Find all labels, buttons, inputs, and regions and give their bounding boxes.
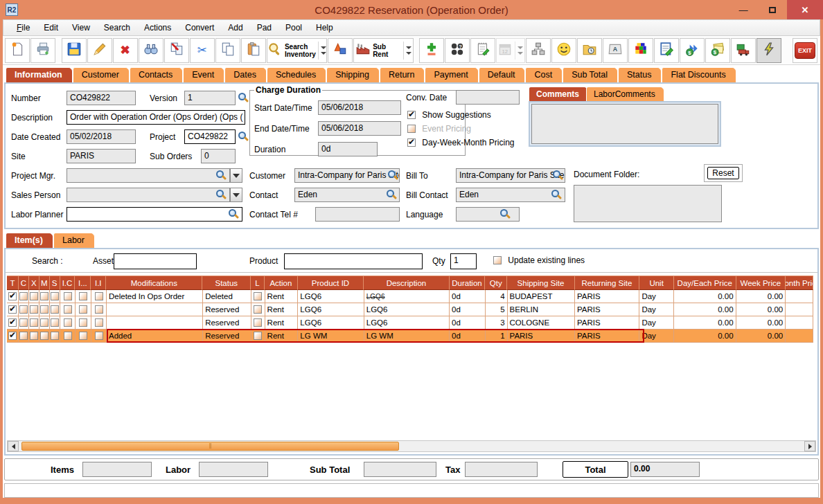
cell-duration[interactable]: 0d <box>450 316 486 330</box>
document-edit-button[interactable] <box>654 38 679 63</box>
col-header-modifications[interactable]: Modifications <box>106 276 202 290</box>
cell-modifications[interactable]: Deleted In Ops Order <box>107 290 203 303</box>
tab-contacts[interactable]: Contacts <box>130 67 183 82</box>
row-check-cell[interactable] <box>76 316 91 330</box>
row-check-cell[interactable] <box>91 330 107 343</box>
tab-comments[interactable]: Comments <box>529 87 588 101</box>
contact-lookup-icon[interactable] <box>387 190 394 197</box>
col-header-description[interactable]: Description <box>364 276 449 290</box>
table-row[interactable]: Reserved Rent LGQ6 LGQ6 0d 3 COLOGNE PAR… <box>7 316 813 330</box>
sub-rent-button[interactable]: Sub Rent <box>353 38 413 63</box>
col-header-duration[interactable]: Duration <box>450 276 486 290</box>
cell-l[interactable] <box>251 290 265 303</box>
row-check-cell[interactable] <box>76 303 91 316</box>
row-check-cell[interactable] <box>60 290 76 303</box>
menu-file[interactable]: File <box>10 21 36 35</box>
row-check-cell[interactable] <box>60 316 76 330</box>
row-checkbox[interactable] <box>30 305 38 314</box>
edit-button[interactable] <box>87 38 112 63</box>
customer-field[interactable]: Intra-Company for Paris Site <box>294 168 400 183</box>
row-checkbox[interactable] <box>64 332 72 340</box>
row-checkbox[interactable] <box>19 292 28 300</box>
menu-search[interactable]: Search <box>98 21 136 35</box>
menu-edit[interactable]: Edit <box>37 21 64 35</box>
cell-unit[interactable]: Day <box>639 290 674 303</box>
row-checkbox[interactable] <box>64 292 72 300</box>
print-button[interactable] <box>30 38 55 63</box>
col-header-ic[interactable]: I.C <box>60 276 76 290</box>
menu-pad[interactable]: Pad <box>251 21 278 35</box>
row-checkbox[interactable] <box>95 292 103 300</box>
product-search-input[interactable] <box>284 253 423 269</box>
cell-status[interactable]: Deleted <box>203 290 251 303</box>
cell-status[interactable]: Reserved <box>203 303 251 316</box>
row-checkbox[interactable] <box>51 332 59 340</box>
number-field[interactable]: CO429822 <box>67 91 136 105</box>
col-header-qty[interactable]: Qty <box>485 276 507 290</box>
cell-week-price[interactable]: 0.00 <box>736 330 786 343</box>
cell-returning-site[interactable]: PARIS <box>575 303 639 316</box>
project-mgr-field[interactable] <box>67 168 230 183</box>
search-inventory-dropdown[interactable] <box>318 42 326 60</box>
row-check-cell[interactable] <box>19 330 29 343</box>
total-button[interactable]: Total <box>563 461 628 478</box>
sales-person-dropdown[interactable] <box>230 188 242 202</box>
tab-labor-comments[interactable]: LaborComments <box>586 87 664 101</box>
row-checkbox[interactable] <box>30 292 38 300</box>
row-checkbox[interactable] <box>79 305 87 314</box>
row-check-cell[interactable] <box>76 290 91 303</box>
col-header-status[interactable]: Status <box>202 276 251 290</box>
row-checkbox[interactable] <box>30 318 38 327</box>
cell-product-id[interactable]: LGQ6 <box>298 303 364 316</box>
cell-month-price[interactable] <box>786 290 813 303</box>
row-checkbox[interactable] <box>19 305 28 314</box>
duration-field[interactable]: 0d <box>318 142 378 156</box>
row-checkbox[interactable] <box>30 332 38 340</box>
sub-rent-dropdown[interactable] <box>403 42 412 60</box>
menu-help[interactable]: Help <box>310 21 339 35</box>
sales-person-field[interactable] <box>67 188 230 202</box>
cell-shipping-site[interactable]: BUDAPEST <box>508 290 575 303</box>
row-checkbox[interactable] <box>40 332 48 340</box>
cell-l[interactable] <box>251 303 265 316</box>
scrollbar-thumb[interactable] <box>21 442 399 451</box>
row-checkbox[interactable] <box>40 305 48 314</box>
row-check-cell[interactable] <box>76 330 91 343</box>
col-header-x[interactable]: X <box>29 276 39 290</box>
cell-day-price[interactable]: 0.00 <box>674 303 736 316</box>
cell-returning-site[interactable]: PARIS <box>575 316 639 330</box>
sub-orders-field[interactable]: 0 <box>201 149 236 163</box>
menu-add[interactable]: Add <box>222 21 249 35</box>
col-header-action[interactable]: Action <box>265 276 298 290</box>
cell-action[interactable]: Rent <box>265 303 299 316</box>
project-lookup-icon[interactable] <box>238 132 246 139</box>
row-checkbox[interactable] <box>64 305 72 314</box>
row-checkbox[interactable] <box>19 332 28 340</box>
sales-person-lookup-icon[interactable] <box>216 190 224 197</box>
find-button[interactable] <box>139 38 163 63</box>
cell-week-price[interactable]: 0.00 <box>736 290 786 303</box>
cell-modifications[interactable] <box>107 303 203 316</box>
row-check-cell[interactable] <box>29 330 39 343</box>
cell-l[interactable] <box>251 316 265 330</box>
row-check-cell[interactable] <box>19 316 29 330</box>
col-header-month-price[interactable]: Month Price <box>786 276 813 290</box>
maximize-button[interactable] <box>758 0 787 19</box>
row-check-cell[interactable] <box>91 316 107 330</box>
row-checkbox[interactable] <box>79 292 87 300</box>
project-mgr-lookup-icon[interactable] <box>216 170 224 178</box>
qty-input[interactable]: 1 <box>450 253 477 269</box>
row-check-cell[interactable] <box>7 330 19 343</box>
folder-clock-button[interactable] <box>577 38 602 63</box>
smiley-button[interactable] <box>551 38 576 63</box>
cell-qty[interactable]: 5 <box>486 303 508 316</box>
save-button[interactable] <box>62 38 87 63</box>
cell-status[interactable]: Reserved <box>203 330 251 343</box>
col-header-s[interactable]: S <box>50 276 60 290</box>
menu-pool[interactable]: Pool <box>279 21 308 35</box>
col-header-shipping-site[interactable]: Shipping Site <box>507 276 574 290</box>
row-check-cell[interactable] <box>91 303 107 316</box>
col-header-c[interactable]: C <box>19 276 29 290</box>
row-checkbox[interactable] <box>79 332 87 340</box>
table-row[interactable]: Deleted In Ops Order Deleted Rent LGQ6 L… <box>7 290 813 303</box>
